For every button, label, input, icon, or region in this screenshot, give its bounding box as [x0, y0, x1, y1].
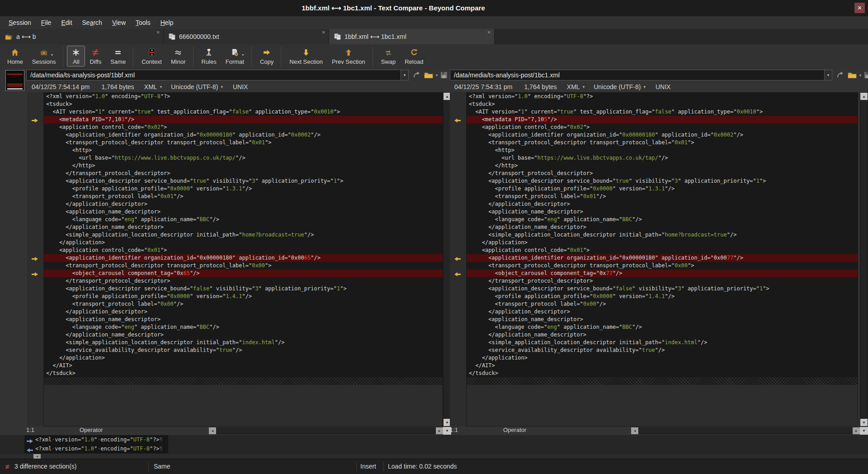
scroll-right-button[interactable]: ▸	[853, 427, 860, 434]
diff-line: <application_identifier organization_id=…	[467, 254, 858, 262]
code-segment: <application_name_descriptor>	[46, 316, 160, 322]
status-insert-mode: Insert	[360, 459, 376, 474]
browse-folder-button[interactable]	[847, 71, 857, 80]
menu-item-help[interactable]: Help	[156, 16, 179, 29]
toolbar-button-home[interactable]: Home	[3, 46, 28, 66]
scroll-left-button[interactable]: ◂	[33, 454, 41, 459]
toolbar-button-diffs[interactable]: Diffs	[85, 46, 106, 66]
tab-close-icon[interactable]: ✕	[322, 30, 326, 35]
toolbar-button-label: Next Section	[289, 58, 323, 65]
dropdown-icon[interactable]: ▾	[51, 53, 53, 57]
code-segment: <application_descriptor service_bound="	[46, 178, 193, 184]
toolbar-button-context[interactable]: Context	[137, 46, 166, 66]
code-segment: <transport_protocol label="	[46, 193, 160, 199]
toolbar-button-swap[interactable]: Swap	[377, 46, 401, 66]
code-segment: </application_name_descriptor>	[46, 224, 164, 230]
tab-close-icon[interactable]: ✕	[156, 30, 160, 35]
details-scrollbar[interactable]: ◂	[0, 453, 868, 459]
tab-666000000-txt[interactable]: 666000000.txt✕	[164, 29, 329, 44]
goto-file-icon[interactable]	[412, 71, 421, 80]
close-button[interactable]: ✕	[854, 2, 865, 14]
code-line: </transport_protocol_descriptor>	[44, 170, 443, 177]
line-detail-row: <?xml·version="1.0"·encoding="UTF-8"?>¶	[0, 444, 868, 453]
code-segment: 77	[606, 270, 612, 276]
close-icon: ✕	[857, 5, 862, 11]
code-segment: version="	[55, 436, 84, 443]
dropdown-icon[interactable]: ▾	[242, 53, 244, 57]
toolbar-button-copy[interactable]: Copy	[255, 46, 278, 66]
code-segment: </transport_protocol_descriptor>	[46, 170, 170, 176]
text-editor-left[interactable]: <?xml version="1.0" encoding="UTF-8"?><t…	[43, 92, 443, 427]
browse-dropdown-icon[interactable]: ▾	[436, 73, 438, 77]
file-format-select[interactable]: XML	[567, 83, 580, 90]
menu-item-file[interactable]: File	[36, 16, 57, 29]
code-segment: https://www.live.bbctvapps.co.uk/tap/	[115, 155, 236, 161]
tab-close-icon[interactable]: ✕	[487, 30, 491, 35]
file-path-field-right[interactable]: /data/media/ts-analysis-post/1bc1.xml ▾	[450, 70, 832, 81]
file-path-right[interactable]: /data/media/ts-analysis-post/1bc1.xml	[450, 71, 824, 79]
toolbar-button-minor[interactable]: Minor	[166, 46, 190, 66]
scroll-down-button[interactable]: ▼	[860, 419, 868, 426]
file-path-left[interactable]: /data/media/ts-analysis-post/1bbf.xml	[27, 71, 401, 79]
file-path-field-left[interactable]: /data/media/ts-analysis-post/1bbf.xml ▾	[26, 70, 409, 81]
code-segment: "?>	[160, 93, 170, 100]
code-segment: "/>	[174, 301, 184, 307]
code-segment: " current="	[102, 109, 137, 115]
code-line: <?xml version="1.0" encoding="UTF-8"?>	[467, 93, 858, 100]
toolbar-button-label: Rules	[202, 58, 217, 65]
tab-1bbf-xml-1bc1-xml[interactable]: 1bbf.xml ⟷ 1bc1.xml✕	[329, 29, 495, 44]
scroll-up-button[interactable]: ▲	[860, 93, 868, 100]
toolbar-button-format[interactable]: ▾Format	[221, 46, 249, 66]
toolbar-button-next-section[interactable]: Next Section	[285, 46, 327, 66]
scroll-left-button[interactable]: ◂	[631, 427, 638, 434]
code-segment: " application_name="	[134, 324, 200, 330]
save-button[interactable]	[863, 71, 868, 80]
file-encoding-select[interactable]: Unicode (UTF-8)	[171, 83, 218, 90]
tab-a-b[interactable]: a ⟷ b✕	[0, 29, 164, 44]
goto-file-icon[interactable]	[836, 71, 845, 80]
diff-line: <application_identifier organization_id=…	[44, 254, 443, 262]
file-modified-time: 04/12/25 7:54:14 pm	[32, 83, 90, 90]
menu-item-view[interactable]: View	[107, 16, 131, 29]
code-segment: 0x0002	[291, 132, 311, 138]
save-button[interactable]	[440, 71, 448, 80]
code-segment: 1.3.1	[648, 185, 665, 192]
code-segment: <application_name_descriptor>	[469, 316, 583, 322]
toolbar-button-reload[interactable]: Reload	[400, 46, 428, 66]
toolbar-button-sessions[interactable]: ▾Sessions	[28, 46, 61, 66]
browse-folder-button[interactable]	[424, 71, 434, 80]
code-line: <transport_protocol_descriptor transport…	[467, 262, 858, 270]
file-format-select[interactable]: XML	[144, 83, 157, 90]
code-line: <application_descriptor service_bound="t…	[44, 177, 443, 185]
diff-map-thumbnail[interactable]	[5, 70, 24, 91]
toolbar-button-rules[interactable]: Rules	[197, 46, 221, 66]
menu-item-search[interactable]: Search	[77, 16, 107, 29]
scroll-left-button[interactable]: ◂	[209, 427, 216, 434]
scrollbar-corner[interactable]: ▼	[860, 427, 868, 435]
code-line: <simple_application_location_descriptor …	[467, 339, 858, 346]
code-segment: ">	[160, 124, 167, 130]
toolbar-button-same[interactable]: Same	[106, 46, 130, 66]
menu-item-tools[interactable]: Tools	[131, 16, 156, 29]
path-dropdown-button[interactable]: ▾	[401, 70, 408, 80]
horizontal-scrollbar-left[interactable]	[216, 427, 436, 434]
scroll-right-button[interactable]: ▸	[436, 427, 443, 434]
menu-item-session[interactable]: Session	[4, 16, 36, 29]
text-editor-right[interactable]: <?xml version="1.0" encoding="UTF-8"?><t…	[466, 92, 858, 427]
horizontal-scrollbar-right[interactable]	[638, 427, 853, 434]
diff-arrow-icon	[31, 117, 38, 122]
code-segment: ">	[688, 139, 694, 146]
code-segment: "/>	[236, 155, 245, 161]
code-segment: "/>	[311, 255, 321, 261]
diff-arrow-icon	[31, 255, 38, 260]
browse-dropdown-icon[interactable]: ▾	[859, 73, 861, 77]
toolbar-button-label: Swap	[381, 58, 396, 65]
code-segment: <application control_code="	[469, 247, 570, 253]
menu-item-edit[interactable]: Edit	[56, 16, 77, 29]
toolbar-button-prev-section[interactable]: Prev Section	[327, 46, 370, 66]
vertical-scrollbar-right[interactable]: ▲ ▼	[860, 92, 868, 427]
code-segment: 0x0000	[170, 293, 190, 299]
file-encoding-select[interactable]: Unicode (UTF-8)	[594, 83, 641, 90]
path-dropdown-button[interactable]: ▾	[824, 70, 832, 80]
toolbar-button-all[interactable]: All	[67, 46, 85, 66]
